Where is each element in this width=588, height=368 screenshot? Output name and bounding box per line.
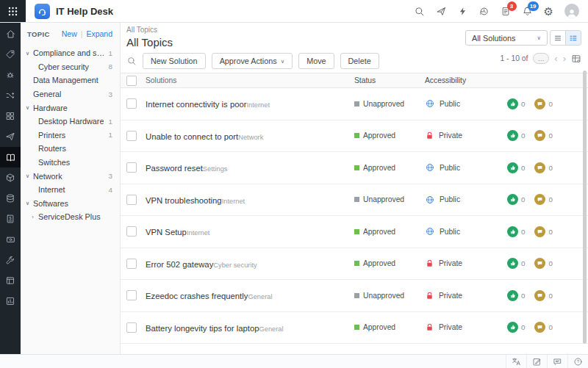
sidebar-item-servicedesk-plus[interactable]: ›ServiceDesk Plus [21,210,120,224]
feedback-icon[interactable] [526,355,547,368]
solution-title[interactable]: VPN troubleshooting [146,196,222,205]
move-button[interactable]: Move [298,53,334,69]
like-icon[interactable] [507,98,518,109]
sidebar-item-switches[interactable]: Switches [21,156,120,170]
table-row[interactable]: Error 502 gatewayCyber security Approved… [121,248,588,281]
sidebar-item-printers[interactable]: Printers1 [21,129,120,142]
table-row[interactable]: VPN troubleshootingInternet Unapproved P… [121,184,588,217]
solution-title[interactable]: VPN Setup [146,228,187,237]
solution-title[interactable]: Battery longevity tips for laptop [146,324,259,333]
table-row[interactable]: Error 502 gateway - Applications not acc… [121,344,588,355]
row-checkbox[interactable] [126,195,137,205]
app-launcher-button[interactable] [0,0,26,22]
approve-actions-button[interactable]: Approve Actions ∨ [212,53,293,69]
sidebar-item-internet[interactable]: Internet4 [21,183,120,197]
chat-icon[interactable] [547,355,567,368]
topic-expand-link[interactable]: Expand [86,29,112,38]
row-checkbox[interactable] [126,259,137,269]
sidebar-item-hardware[interactable]: ∨Hardware [21,101,120,115]
card-view-button[interactable] [565,31,581,45]
rail-home-icon[interactable] [0,24,21,44]
like-icon[interactable] [507,258,518,269]
rail-admin-icon[interactable] [0,250,21,270]
user-avatar[interactable] [564,4,579,18]
row-checkbox[interactable] [126,226,137,237]
table-row[interactable]: VPN SetupInternet Approved Public 0 0 [121,216,588,248]
like-icon[interactable] [507,290,518,301]
chevron-down-icon[interactable]: ∨ [24,50,31,57]
comment-icon[interactable] [534,258,545,269]
select-all-checkbox[interactable] [126,76,137,86]
solution-title[interactable]: Password reset [146,164,203,173]
rail-releases-icon[interactable] [0,126,21,147]
sidebar-item-cyber-security[interactable]: Cyber security8 [21,60,120,74]
sidebar-item-softwares[interactable]: ∨Softwares [21,197,120,211]
like-icon[interactable] [507,162,518,173]
chevron-down-icon[interactable]: ∨ [24,173,31,179]
solution-title[interactable]: Unable to connect to port [146,132,238,141]
comment-icon[interactable] [534,162,545,173]
comment-icon[interactable] [534,322,545,333]
new-solution-button[interactable]: New Solution [143,53,206,69]
column-accessibility[interactable]: Accessibility [425,76,507,84]
help-icon[interactable]: ? [567,355,588,368]
rail-projects-icon[interactable] [0,106,21,126]
chevron-right-icon[interactable]: › [29,214,36,220]
column-settings-icon[interactable] [571,54,581,64]
rail-changes-icon[interactable] [0,85,21,106]
like-icon[interactable] [507,226,518,237]
comment-icon[interactable] [534,226,545,237]
rail-solutions-icon[interactable] [0,147,21,167]
topic-new-link[interactable]: New [62,29,77,38]
table-row[interactable]: Password resetSettings Approved Public 0… [121,152,588,184]
comment-icon[interactable] [534,194,545,205]
row-checkbox[interactable] [126,131,137,141]
row-checkbox[interactable] [126,98,137,109]
translate-icon[interactable] [506,355,526,368]
solutions-search-icon[interactable] [126,56,137,66]
quick-create-icon[interactable] [436,6,447,17]
pagination-ellipsis-button[interactable]: … [533,53,549,64]
solutions-filter-dropdown[interactable]: All Solutions ∨ [465,30,548,46]
rail-contracts-icon[interactable]: $ [0,209,21,229]
flash-icon[interactable] [458,6,467,17]
row-checkbox[interactable] [126,162,137,173]
delete-button[interactable]: Delete [340,53,379,69]
column-solutions[interactable]: Solutions [146,76,354,84]
sidebar-item-network[interactable]: ∨Network3 [21,169,120,183]
rail-reports-icon[interactable] [0,291,21,311]
sidebar-item-data-management[interactable]: Data Management [21,73,120,87]
table-row[interactable]: Internet connectivity is poorInternet Un… [121,88,588,120]
solution-title[interactable]: Error 502 gateway [146,260,213,269]
sidebar-item-desktop-hardware[interactable]: Desktop Hardware1 [21,115,120,129]
list-view-button[interactable] [551,31,565,45]
rail-problems-icon[interactable] [0,65,21,85]
table-row[interactable]: Battery longevity tips for laptopGeneral… [121,312,588,344]
vertical-scrollbar[interactable] [583,71,587,344]
settings-gear-icon[interactable]: ⚙ [544,6,553,17]
solution-title[interactable]: Ezeedoc crashes frequently [146,292,248,300]
table-row[interactable]: Unable to connect to portNetwork Approve… [121,120,588,153]
chevron-down-icon[interactable]: ∨ [24,104,31,111]
rail-workspace-icon[interactable] [0,270,21,291]
rail-cmdb-icon[interactable] [0,188,21,209]
row-checkbox[interactable] [126,322,137,333]
history-icon[interactable] [478,6,490,17]
comment-icon[interactable] [534,130,545,141]
sidebar-item-compliance-and-security[interactable]: ∨Compliance and security1 [21,46,120,60]
like-icon[interactable] [507,130,518,141]
sidebar-item-general[interactable]: General3 [21,87,120,101]
comment-icon[interactable] [534,290,545,301]
table-row[interactable]: Ezeedoc crashes frequentlyGeneral Unappr… [121,280,588,312]
rail-requests-icon[interactable] [0,44,21,65]
sidebar-item-routers[interactable]: Routers [21,142,120,156]
solution-title[interactable]: Internet connectivity is poor [146,100,247,109]
chevron-down-icon[interactable]: ∨ [24,200,31,206]
comment-icon[interactable] [534,98,545,109]
row-checkbox[interactable] [126,290,137,300]
rail-purchase-icon[interactable] [0,229,21,250]
rail-assets-icon[interactable] [0,167,21,188]
like-icon[interactable] [507,322,518,333]
like-icon[interactable] [507,194,518,205]
search-icon[interactable] [414,6,425,17]
